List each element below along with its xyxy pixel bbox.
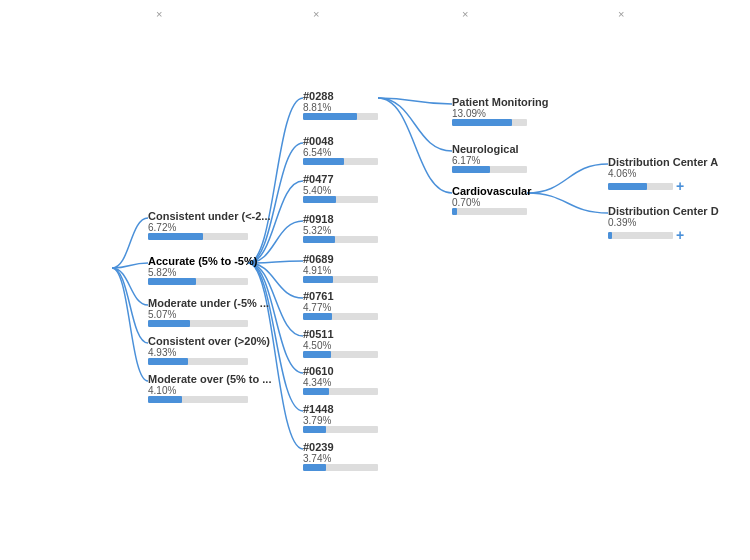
node-value: 6.17% xyxy=(452,155,527,166)
tree-node[interactable]: Cardiovascular0.70% xyxy=(452,185,531,215)
bar-bg xyxy=(148,320,248,327)
tree-node[interactable]: #04775.40% xyxy=(303,173,378,203)
tree-node[interactable]: Moderate under (-5% ...5.07% xyxy=(148,297,269,327)
bar-fill xyxy=(303,351,331,358)
bar-bg xyxy=(303,196,378,203)
tree-node[interactable]: #02393.74% xyxy=(303,441,378,471)
node-label: #0761 xyxy=(303,290,378,302)
node-label: Moderate over (5% to ... xyxy=(148,373,271,385)
node-value: 8.81% xyxy=(303,102,378,113)
node-value: 5.32% xyxy=(303,225,378,236)
bar-fill xyxy=(303,113,357,120)
bar-fill xyxy=(148,358,188,365)
node-value: 4.34% xyxy=(303,377,378,388)
node-value: 4.10% xyxy=(148,385,271,396)
bar-bg xyxy=(148,358,248,365)
bar-fill xyxy=(608,183,647,190)
node-label: Distribution Center A xyxy=(608,156,718,168)
node-value: 5.07% xyxy=(148,309,269,320)
tree-node[interactable]: #05114.50% xyxy=(303,328,378,358)
bar-bg xyxy=(148,396,248,403)
node-value: 3.79% xyxy=(303,415,378,426)
tree-node[interactable]: Consistent under (<-2...6.72% xyxy=(148,210,271,240)
bar-bg xyxy=(608,183,673,190)
node-value: 3.74% xyxy=(303,453,378,464)
node-value: 4.77% xyxy=(303,302,378,313)
bar-bg xyxy=(303,464,378,471)
bar-bg xyxy=(303,351,378,358)
tree-node[interactable]: #06894.91% xyxy=(303,253,378,283)
node-value: 6.54% xyxy=(303,147,378,158)
bar-bg xyxy=(303,426,378,433)
node-label: Accurate (5% to -5%) xyxy=(148,255,257,267)
node-label: Cardiovascular xyxy=(452,185,531,197)
node-label: Neurological xyxy=(452,143,527,155)
close-plant[interactable]: × xyxy=(313,8,319,20)
expand-button[interactable]: + xyxy=(676,228,684,242)
tree-node[interactable]: Accurate (5% to -5%)5.82% xyxy=(148,255,257,285)
tree-node[interactable]: Distribution Center D0.39%+ xyxy=(608,205,719,242)
header-plant: × xyxy=(305,8,319,20)
bar-bg xyxy=(148,233,248,240)
node-label: Consistent over (>20%) xyxy=(148,335,270,347)
header-product-type: × xyxy=(454,8,468,20)
node-value: 4.93% xyxy=(148,347,270,358)
bar-fill xyxy=(303,158,344,165)
close-product-type[interactable]: × xyxy=(462,8,468,20)
node-label: #0689 xyxy=(303,253,378,265)
bar-bg xyxy=(303,276,378,283)
node-label: Patient Monitoring xyxy=(452,96,549,108)
bar-fill xyxy=(452,166,490,173)
node-value: 0.39% xyxy=(608,217,719,228)
bar-fill xyxy=(303,236,335,243)
bar-fill xyxy=(452,208,457,215)
bar-bg xyxy=(452,208,527,215)
header-distribution: × xyxy=(610,8,624,20)
bar-fill xyxy=(303,196,336,203)
header-forecast-bias: × xyxy=(148,8,162,20)
bar-bg xyxy=(303,113,378,120)
tree-node[interactable]: Moderate over (5% to ...4.10% xyxy=(148,373,271,403)
tree-node[interactable]: #14483.79% xyxy=(303,403,378,433)
bar-fill xyxy=(303,426,326,433)
tree-node[interactable]: #09185.32% xyxy=(303,213,378,243)
expand-button[interactable]: + xyxy=(676,179,684,193)
bar-fill xyxy=(303,313,332,320)
tree-node[interactable]: Patient Monitoring13.09% xyxy=(452,96,549,126)
bar-fill xyxy=(148,233,203,240)
tree-node[interactable]: Consistent over (>20%)4.93% xyxy=(148,335,270,365)
node-value: 5.40% xyxy=(303,185,378,196)
bar-fill xyxy=(608,232,612,239)
bar-bg xyxy=(303,388,378,395)
tree-node[interactable]: Distribution Center A4.06%+ xyxy=(608,156,718,193)
node-value: 4.06% xyxy=(608,168,718,179)
node-label: #0477 xyxy=(303,173,378,185)
bar-fill xyxy=(452,119,512,126)
node-value: 5.82% xyxy=(148,267,257,278)
bar-fill xyxy=(303,464,326,471)
tree-node[interactable]: #02888.81% xyxy=(303,90,378,120)
bar-bg xyxy=(452,166,527,173)
close-distribution[interactable]: × xyxy=(618,8,624,20)
tree-node[interactable]: Neurological6.17% xyxy=(452,143,527,173)
node-value: 13.09% xyxy=(452,108,549,119)
chart-container: × × × × Consistent under (<-2...6.72%Acc… xyxy=(0,0,750,560)
bar-bg xyxy=(452,119,527,126)
node-value: 4.91% xyxy=(303,265,378,276)
bar-bg xyxy=(608,232,673,239)
tree-node[interactable]: #00486.54% xyxy=(303,135,378,165)
node-value: 6.72% xyxy=(148,222,271,233)
tree-node[interactable]: #07614.77% xyxy=(303,290,378,320)
close-forecast-bias[interactable]: × xyxy=(156,8,162,20)
bar-fill xyxy=(303,388,329,395)
bar-bg xyxy=(303,313,378,320)
node-label: #0511 xyxy=(303,328,378,340)
node-label: #0918 xyxy=(303,213,378,225)
bar-fill xyxy=(148,396,182,403)
node-label: #0239 xyxy=(303,441,378,453)
node-label: #0610 xyxy=(303,365,378,377)
node-label: #0288 xyxy=(303,90,378,102)
bar-bg xyxy=(303,236,378,243)
tree-node[interactable]: #06104.34% xyxy=(303,365,378,395)
node-label: #1448 xyxy=(303,403,378,415)
